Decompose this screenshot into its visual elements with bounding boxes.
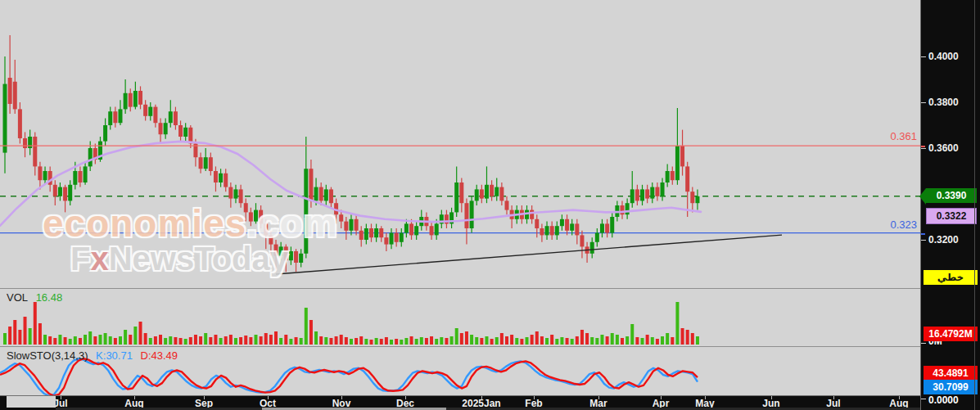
support-price-label: 0.323 [890, 219, 917, 231]
volume-value-badge: 16.4792M [924, 327, 978, 341]
chart-root: economies.com FxNewsToday 0.361 0.323 VO… [0, 0, 980, 410]
volume-bars-canvas[interactable] [0, 289, 920, 346]
volume-current-value: 16.48 [36, 291, 63, 304]
ma-value-badge: 0.3322 [926, 208, 977, 224]
resistance-axis-tick [921, 146, 925, 147]
sto-d-badge: 43.4891 [924, 366, 978, 381]
price-tick-dash [921, 148, 926, 149]
volume-zero-tick [921, 343, 926, 344]
stochastic-panel-title: SlowSTO(3,14,3) K:30.71 D:43.49 [7, 349, 183, 362]
price-tick-dash [921, 240, 926, 241]
sto-k-badge: 30.7099 [924, 380, 978, 394]
price-tick-label: 0.4000 [928, 51, 959, 62]
price-tick-dash [921, 102, 926, 103]
scale-mode-badge[interactable]: خطي [924, 270, 978, 285]
price-axis[interactable]: 0.40000.38000.36000.3200 0.3390 0.3322 خ… [920, 0, 980, 410]
axis-corner-box [7, 396, 56, 408]
candlestick-canvas[interactable] [0, 0, 920, 288]
main-price-panel[interactable]: economies.com FxNewsToday 0.361 0.323 [0, 0, 920, 288]
sto-zero-tick [921, 399, 926, 399]
sto-title-label: SlowSTO(3,14,3) [7, 349, 88, 362]
right-edge-line [974, 0, 975, 410]
stochastic-panel[interactable]: SlowSTO(3,14,3) K:30.71 D:43.49 [0, 346, 920, 395]
volume-panel[interactable]: VOL 16.48 [0, 288, 920, 346]
resistance-price-label: 0.361 [890, 130, 917, 142]
price-tick-label: 0.3800 [928, 97, 959, 108]
price-tick-label: 0.3200 [928, 234, 959, 246]
support-axis-tick [921, 233, 925, 235]
volume-title-label: VOL [7, 291, 28, 304]
sto-zero-label: 0.0000 [928, 394, 959, 406]
time-axis[interactable]: JulAugSepOctNovDec2025JanFebMarAprMayJun… [0, 395, 980, 410]
last-price-badge: 0.3390 [926, 188, 977, 203]
price-tick-label: 0.3600 [928, 142, 959, 154]
price-tick-dash [921, 56, 926, 57]
sto-d-value: D:43.49 [141, 349, 178, 362]
volume-panel-title: VOL 16.48 [7, 291, 67, 304]
sto-k-value: K:30.71 [96, 349, 133, 362]
